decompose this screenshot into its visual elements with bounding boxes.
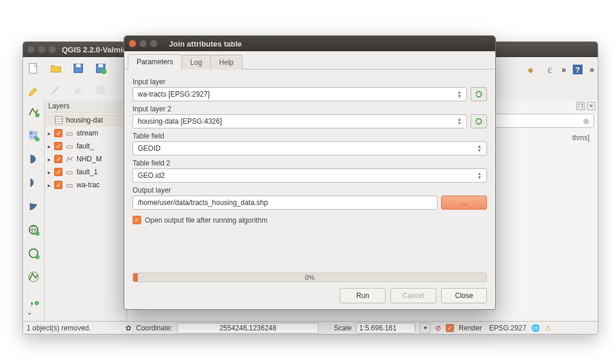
- layer-row[interactable]: ▸ ▭ fault_: [45, 140, 127, 153]
- dialog-close-icon[interactable]: [129, 40, 136, 47]
- dialog-titlebar[interactable]: Join attributes table: [124, 36, 495, 51]
- tab-parameters[interactable]: Parameters: [128, 54, 182, 70]
- input-layer-combo[interactable]: wa-tracts [EPSG:2927] ▴▾: [132, 87, 467, 101]
- combo-spin-icon[interactable]: ▴▾: [455, 117, 464, 125]
- dialog-tabs: Parameters Log Help: [124, 51, 495, 69]
- layers-list: housing-dat ▸ ▭ stream ▸ ▭ fault_ ▸: [45, 112, 127, 193]
- combo-spin-icon[interactable]: ▴▾: [455, 90, 464, 98]
- polygon-icon: ▭: [65, 128, 74, 138]
- layer-visibility-checkbox[interactable]: [54, 181, 62, 189]
- combo-spin-icon[interactable]: ▴▾: [475, 171, 484, 180]
- open-output-checkbox[interactable]: [132, 216, 141, 224]
- layer-name: stream: [77, 129, 98, 137]
- expand-icon[interactable]: ▸: [46, 156, 52, 163]
- render-label: Render: [459, 324, 482, 332]
- layer-row[interactable]: ▸ ▭ wa-trac: [45, 178, 127, 191]
- render-checkbox[interactable]: [446, 324, 454, 332]
- epsilon-icon[interactable]: ε: [542, 62, 556, 77]
- add-mssql-icon[interactable]: [26, 198, 41, 214]
- crs-icon[interactable]: 🌐: [531, 324, 540, 332]
- tab-help[interactable]: Help: [210, 55, 243, 70]
- svg-rect-4: [98, 64, 102, 68]
- svg-rect-11: [29, 131, 33, 135]
- iterate-button[interactable]: [470, 87, 487, 101]
- layer-name: wa-trac: [77, 181, 100, 189]
- layer-name: housing-dat: [66, 116, 103, 124]
- layer-visibility-checkbox[interactable]: [54, 142, 62, 150]
- tab-log[interactable]: Log: [181, 55, 211, 70]
- new-project-icon[interactable]: [26, 61, 41, 75]
- input-layer2-combo[interactable]: housing-data [EPSG:4326] ▴▾: [132, 114, 467, 128]
- layer-visibility-checkbox[interactable]: [54, 155, 62, 163]
- table-field2-combo[interactable]: GEO.id2 ▴▾: [132, 168, 487, 183]
- save-as-icon[interactable]: [94, 61, 108, 75]
- brush-icon: [49, 83, 63, 97]
- layer-row[interactable]: housing-dat: [45, 114, 127, 127]
- palette-icon[interactable]: ◆: [523, 62, 538, 77]
- dialog-min-icon[interactable]: [140, 40, 147, 47]
- layer-visibility-checkbox[interactable]: [54, 129, 62, 137]
- coordinate-input[interactable]: 2554246,1236248: [177, 323, 319, 333]
- add-spatialite-icon[interactable]: [26, 175, 41, 190]
- iterate-button[interactable]: [470, 114, 487, 128]
- restore-panel-icon[interactable]: ❐: [576, 102, 585, 110]
- polygon-icon: ▭: [65, 180, 74, 190]
- svg-point-10: [35, 113, 39, 117]
- layer-row[interactable]: ▸ ▭ stream: [45, 127, 127, 140]
- svg-rect-7: [97, 86, 105, 95]
- toolbar-overflow-icon[interactable]: ⌄: [26, 308, 32, 316]
- toggle-extents-icon[interactable]: ✿: [125, 324, 131, 332]
- window-close-icon[interactable]: [28, 46, 35, 53]
- clear-icon[interactable]: ⊗: [583, 117, 591, 125]
- expand-icon[interactable]: ▸: [46, 130, 52, 137]
- table-icon: [54, 115, 64, 125]
- add-delimited-icon[interactable]: ,: [26, 293, 41, 308]
- add-wfs-icon[interactable]: [26, 269, 41, 284]
- svg-point-19: [35, 255, 39, 259]
- algorithms-hint: thms]: [572, 134, 589, 142]
- window-max-icon[interactable]: [49, 46, 56, 53]
- input-layer2-label: Input layer 2: [132, 105, 487, 113]
- add-vector-icon[interactable]: [26, 104, 41, 120]
- layer-row[interactable]: ▸ NHD_M: [45, 153, 127, 166]
- combo-spin-icon[interactable]: ▴▾: [475, 144, 484, 153]
- output-layer-input[interactable]: [132, 196, 438, 210]
- layers-panel: Layers housing-dat ▸ ▭ stream ▸ ▭ fault_: [44, 101, 127, 321]
- polygon-icon: ▭: [65, 141, 74, 151]
- add-wms-icon[interactable]: [26, 222, 41, 237]
- table-field-label: Table field: [132, 132, 487, 140]
- run-button[interactable]: Run: [340, 288, 386, 303]
- layer-visibility-checkbox[interactable]: [54, 168, 62, 176]
- help-icon[interactable]: ?: [571, 62, 585, 77]
- more-icon[interactable]: »: [561, 65, 566, 74]
- table-field2-value: GEO.id2: [138, 171, 165, 180]
- expand-icon[interactable]: ▸: [46, 182, 52, 188]
- close-button[interactable]: Close: [441, 288, 487, 303]
- table-field-combo[interactable]: GEOID ▴▾: [132, 141, 487, 155]
- close-panel-icon[interactable]: ✕: [587, 102, 595, 110]
- save-icon[interactable]: [71, 61, 85, 75]
- crs-label[interactable]: EPSG:2927: [489, 324, 526, 332]
- window-min-icon[interactable]: [38, 46, 45, 53]
- input-layer-label: Input layer: [132, 78, 487, 86]
- scale-input[interactable]: 1:5.696.161: [356, 323, 415, 333]
- messages-icon[interactable]: ⚠: [545, 324, 551, 332]
- dialog-max-icon[interactable]: [150, 40, 157, 47]
- open-output-checkbox-row[interactable]: Open output file after running algorithm: [132, 216, 487, 224]
- add-raster-icon[interactable]: [26, 128, 41, 143]
- expand-icon[interactable]: ▸: [46, 143, 52, 150]
- edit-icon[interactable]: [26, 83, 41, 97]
- parameters-panel: Input layer wa-tracts [EPSG:2927] ▴▾ Inp…: [124, 69, 495, 227]
- svg-point-22: [35, 301, 39, 305]
- expand-icon[interactable]: ▸: [46, 169, 52, 176]
- more2-icon[interactable]: »: [589, 65, 594, 74]
- scale-dropdown-icon[interactable]: ▾: [420, 323, 430, 333]
- open-project-icon[interactable]: [49, 61, 63, 75]
- svg-point-15: [35, 137, 39, 141]
- stop-render-icon[interactable]: ⊘: [435, 324, 441, 332]
- browse-output-button[interactable]: ...: [441, 196, 487, 210]
- add-wcs-icon[interactable]: [26, 246, 41, 261]
- layer-row[interactable]: ▸ ▭ fault_1: [45, 166, 127, 178]
- progress-bar: 0%: [132, 273, 487, 282]
- add-postgis-icon[interactable]: [26, 151, 41, 167]
